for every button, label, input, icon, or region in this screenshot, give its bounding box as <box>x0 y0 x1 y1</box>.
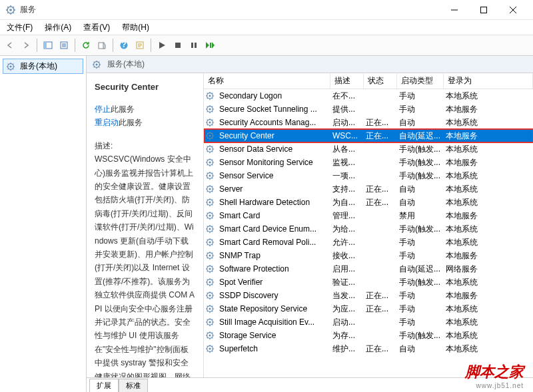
desc-label: 描述: <box>95 139 195 152</box>
menu-action[interactable]: 操作(A) <box>42 21 74 35</box>
cell-logon: 本地系统 <box>443 184 533 195</box>
show-hide-tree-button[interactable] <box>41 38 55 53</box>
tab-standard[interactable]: 标准 <box>119 379 148 392</box>
cell-start: 手动 <box>396 290 443 301</box>
menu-file[interactable]: 文件(F) <box>4 21 35 35</box>
service-row[interactable]: Security CenterWSC...正在...自动(延迟...本地服务 <box>204 129 533 142</box>
cell-desc: 从各... <box>330 144 363 155</box>
svg-rect-10 <box>175 43 181 48</box>
service-row[interactable]: Spot Verifier验证...手动(触发...本地系统 <box>204 276 533 289</box>
gear-icon <box>92 60 101 69</box>
cell-start: 手动(触发... <box>396 330 443 341</box>
col-name[interactable]: 名称 <box>204 73 330 89</box>
cell-logon: 本地服务 <box>443 210 533 222</box>
stop-service-button[interactable] <box>171 38 185 53</box>
service-row[interactable]: SNMP Trap接收...手动本地服务 <box>204 249 533 262</box>
selected-service-title: Security Center <box>95 80 195 95</box>
refresh-button[interactable] <box>79 38 93 53</box>
cell-name: Sensor Monitoring Service <box>217 158 330 167</box>
cell-start: 自动 <box>396 343 443 355</box>
service-row[interactable]: Secure Socket Tunneling ...提供...手动本地服务 <box>204 102 533 116</box>
service-list[interactable]: 名称 描述 状态 启动类型 登录为 Secondary Logon在不...手动… <box>203 73 533 377</box>
service-row[interactable]: Still Image Acquisition Ev...启动...手动本地系统 <box>204 315 533 329</box>
cell-start: 手动 <box>396 91 443 102</box>
gear-icon <box>205 331 215 340</box>
back-button[interactable] <box>3 38 17 53</box>
service-row[interactable]: Security Accounts Manag...启动...正在...自动本地… <box>204 116 533 129</box>
cell-name: Still Image Acquisition Ev... <box>217 317 330 327</box>
cell-status: 正在... <box>363 343 396 355</box>
export-list-button[interactable] <box>95 38 109 53</box>
service-row[interactable]: Storage Service为存...手动(触发...本地系统 <box>204 329 533 342</box>
start-service-button[interactable] <box>155 38 169 53</box>
pause-service-button[interactable] <box>187 38 201 53</box>
col-logon[interactable]: 登录为 <box>444 73 533 89</box>
forward-button[interactable] <box>19 38 33 53</box>
service-row[interactable]: Sensor Service一项...手动(触发...本地系统 <box>204 169 533 182</box>
cell-desc: 支持... <box>330 184 363 195</box>
cell-logon: 本地服务 <box>443 104 533 115</box>
cell-start: 自动(延迟... <box>396 264 443 275</box>
detail-pane: Security Center 停止此服务 重启动此服务 描述: WSCSVC(… <box>87 73 203 377</box>
service-description: WSCSVC(Windows 安全中心)服务监视并报告计算机上的安全健康设置。健… <box>95 152 195 377</box>
cell-logon: 本地系统 <box>443 170 533 182</box>
tree-services-local[interactable]: 服务(本地) <box>3 59 83 74</box>
service-row[interactable]: SSDP Discovery当发...正在...手动本地服务 <box>204 289 533 302</box>
service-row[interactable]: Software Protection启用...自动(延迟...网络服务 <box>204 262 533 276</box>
stop-link[interactable]: 停止 <box>95 104 111 114</box>
close-button[interactable] <box>498 0 528 20</box>
svg-rect-13 <box>210 43 211 48</box>
cell-start: 手动(触发... <box>396 224 443 235</box>
service-row[interactable]: Superfetch维护...正在...自动本地系统 <box>204 342 533 355</box>
col-status[interactable]: 状态 <box>364 73 397 89</box>
export-button[interactable] <box>57 38 71 53</box>
restart-service-button[interactable] <box>203 38 217 53</box>
service-row[interactable]: Smart Card Removal Poli...允许...手动本地系统 <box>204 236 533 249</box>
service-row[interactable]: Server支持...正在...自动本地系统 <box>204 182 533 196</box>
cell-name: SNMP Trap <box>217 251 330 260</box>
menu-help[interactable]: 帮助(H) <box>119 21 152 35</box>
help-button[interactable]: ? <box>117 38 131 53</box>
cell-desc: 在不... <box>330 91 363 102</box>
service-row[interactable]: Smart Card管理...禁用本地服务 <box>204 209 533 222</box>
cell-status: 正在... <box>363 130 396 142</box>
gear-icon <box>205 198 215 207</box>
maximize-button[interactable] <box>469 0 498 20</box>
gear-icon <box>205 118 215 127</box>
col-desc[interactable]: 描述 <box>330 73 364 89</box>
minimize-button[interactable] <box>440 0 469 20</box>
cell-logon: 本地系统 <box>443 91 533 102</box>
service-row[interactable]: Sensor Monitoring Service监视...手动(触发...本地… <box>204 156 533 169</box>
cell-logon: 本地系统 <box>443 330 533 341</box>
svg-rect-2 <box>481 7 487 13</box>
gear-icon <box>205 171 215 180</box>
cell-start: 禁用 <box>396 210 443 222</box>
cell-logon: 本地服务 <box>443 250 533 262</box>
app-icon <box>5 5 16 15</box>
cell-desc: 启动... <box>330 117 363 128</box>
cell-start: 手动(触发... <box>396 277 443 288</box>
menu-view[interactable]: 查看(V) <box>81 21 113 35</box>
col-start[interactable]: 启动类型 <box>397 73 444 89</box>
tab-extended[interactable]: 扩展 <box>89 379 119 392</box>
cell-desc: 接收... <box>330 250 363 262</box>
window-titlebar: 服务 <box>0 0 533 20</box>
console-tree[interactable]: 服务(本地) <box>0 56 87 392</box>
restart-link[interactable]: 重启动 <box>95 118 119 127</box>
service-row[interactable]: Shell Hardware Detection为自...正在...自动本地系统 <box>204 196 533 209</box>
gear-icon <box>205 224 215 234</box>
service-row[interactable]: Secondary Logon在不...手动本地系统 <box>204 89 533 102</box>
cell-name: Secure Socket Tunneling ... <box>217 104 330 114</box>
service-row[interactable]: State Repository Service为应...正在...手动本地系统 <box>204 302 533 315</box>
gear-icon <box>205 317 215 327</box>
menu-bar: 文件(F) 操作(A) 查看(V) 帮助(H) <box>0 20 533 35</box>
gear-icon <box>205 91 215 100</box>
service-row[interactable]: Smart Card Device Enum...为给...手动(触发...本地… <box>204 222 533 236</box>
cell-desc: 维护... <box>330 343 363 355</box>
gear-icon <box>205 264 215 274</box>
cell-logon: 本地服务 <box>443 130 533 142</box>
cell-start: 手动 <box>396 303 443 315</box>
service-row[interactable]: Sensor Data Service从各...手动(触发...本地系统 <box>204 142 533 156</box>
properties-button[interactable] <box>133 38 147 53</box>
cell-logon: 网络服务 <box>443 264 533 275</box>
